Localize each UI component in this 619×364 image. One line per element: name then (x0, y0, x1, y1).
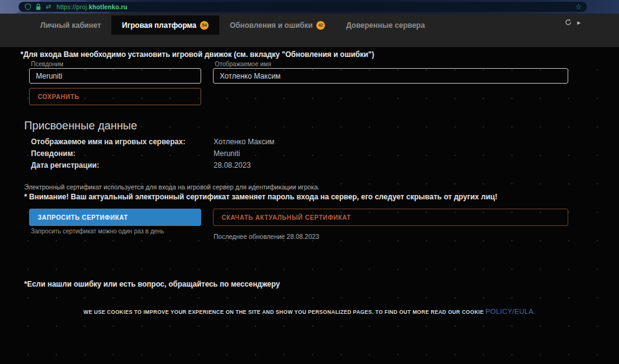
certificate-warning-text: * Внимание! Ваш актуальный электронный с… (24, 193, 497, 201)
certificate-info-text: Электронный сертификат используется для … (24, 183, 319, 191)
assigned-nickname-label: Псевдоним: (31, 149, 76, 158)
cookie-text: WE USE COOKIES TO IMPROVE YOUR EXPERIENC… (84, 309, 485, 315)
swap-arrows-icon[interactable]: ⇄ (46, 4, 51, 10)
display-name-input[interactable] (213, 68, 568, 84)
registration-date-value: 28.08.2023 (214, 161, 251, 170)
forward-icon[interactable]: ▸ (577, 19, 581, 26)
server-display-name-value: Хотленко Максим (214, 137, 274, 146)
page-content: *Для входа Вам необходимо установить игр… (0, 47, 619, 364)
shield-icon[interactable] (25, 3, 31, 11)
tab-trusted-servers[interactable]: Доверенные сервера (335, 15, 435, 35)
tab-updates-errors[interactable]: Обновления и ошибки 42 (219, 15, 335, 35)
browser-chrome-bar: ⇄ https://proj.khotlenko.ru ☆ (0, 0, 619, 14)
certificate-request-note: Запросить сертификат можно один раз в де… (31, 228, 164, 235)
bookmark-star-icon[interactable]: ☆ (575, 3, 582, 11)
refresh-icon[interactable] (565, 19, 572, 26)
game-platform-badge: 54 (200, 21, 209, 30)
lock-icon[interactable] (35, 3, 41, 11)
save-button[interactable]: СОХРАНИТЬ (29, 88, 201, 105)
tab-game-platform[interactable]: Игровая платформа 54 (111, 15, 219, 35)
nav-tabs: Личный кабинет Игровая платформа 54 Обно… (30, 15, 435, 35)
feedback-note: *Если нашли ошибку или есть вопрос, обра… (24, 280, 280, 288)
tab-personal-cabinet[interactable]: Личный кабинет (30, 15, 111, 35)
display-name-label: Отображаемое имя (215, 61, 271, 67)
updates-errors-badge: 42 (316, 21, 325, 30)
download-certificate-button[interactable]: СКАЧАТЬ АКТУАЛЬНЫЙ СЕРТИФИКАТ (213, 209, 568, 226)
url-text[interactable]: https://proj.khotlenko.ru (56, 4, 127, 11)
assigned-data-title: Присвоенные данные (24, 119, 137, 132)
nickname-label: Псевдоним (31, 61, 63, 67)
server-display-name-label: Отображаемое имя на игровых серверах: (31, 137, 185, 146)
cookie-notice: WE USE COOKIES TO IMPROVE YOUR EXPERIENC… (0, 308, 619, 315)
assigned-nickname-value: Meruniti (214, 149, 240, 158)
address-bar[interactable]: ⇄ https://proj.khotlenko.ru ☆ (19, 2, 587, 12)
nickname-input[interactable] (29, 68, 201, 84)
engine-install-note: *Для входа Вам необходимо установить игр… (20, 50, 374, 59)
cookie-policy-link[interactable]: POLICY/EULA. (485, 308, 535, 315)
nav-actions: ▸ (565, 19, 581, 26)
site-nav-bar: Личный кабинет Игровая платформа 54 Обно… (0, 14, 619, 47)
registration-date-label: Дата регистрации: (31, 161, 99, 170)
request-certificate-button[interactable]: ЗАПРОСИТЬ СЕРТИФИКАТ (29, 209, 201, 226)
certificate-last-update: Последнее обновление 28.08.2023 (214, 233, 319, 240)
